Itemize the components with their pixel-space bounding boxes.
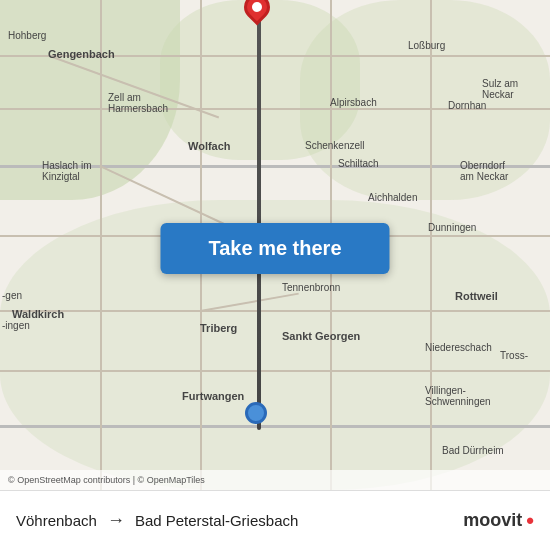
map-label: Tross- [500, 350, 528, 361]
moovit-logo: moovit • [463, 508, 534, 534]
map-container: Hohberg Gengenbach Zell amHarmersbach Ha… [0, 0, 550, 490]
map-label: -ingen [2, 320, 30, 331]
map-label: Sankt Georgen [282, 330, 360, 342]
route-info: Vöhrenbach → Bad Peterstal-Griesbach [16, 510, 298, 531]
map-label: Haslach imKinzigtal [42, 160, 91, 182]
map-label: Furtwangen [182, 390, 244, 402]
route-arrow: → [107, 510, 125, 531]
map-label: Gengenbach [48, 48, 115, 60]
route-destination: Bad Peterstal-Griesbach [135, 512, 298, 529]
map-label: Waldkirch [12, 308, 64, 320]
map-label: Loßburg [408, 40, 445, 51]
road [0, 425, 550, 428]
route-origin: Vöhrenbach [16, 512, 97, 529]
moovit-dot-icon: • [526, 508, 534, 534]
map-label: Wolfach [188, 140, 231, 152]
map-label: Alpirsbach [330, 97, 377, 108]
map-label: Oberndorfam Neckar [460, 160, 508, 182]
map-label: -gen [2, 290, 22, 301]
map-label: Zell amHarmersbach [108, 92, 168, 114]
map-label: Triberg [200, 322, 237, 334]
map-label: Bad Dürrheim [442, 445, 504, 456]
map-label: Schiltach [338, 158, 379, 169]
bottom-bar: Vöhrenbach → Bad Peterstal-Griesbach moo… [0, 490, 550, 550]
destination-pin [245, 402, 267, 424]
map-label: Dornhan [448, 100, 486, 111]
map-label: Rottweil [455, 290, 498, 302]
take-me-there-button[interactable]: Take me there [160, 223, 389, 274]
map-label: Schenkenzell [305, 140, 364, 151]
map-copyright: © OpenStreetMap contributors | © OpenMap… [0, 470, 550, 490]
map-label: Niedereschach [425, 342, 492, 353]
road [0, 370, 550, 372]
road [430, 0, 432, 490]
map-label: Tennenbronn [282, 282, 340, 293]
map-label: Hohberg [8, 30, 46, 41]
map-label: Sulz amNeckar [482, 78, 518, 100]
map-label: Dunningen [428, 222, 476, 233]
map-label: Villingen-Schwenningen [425, 385, 491, 407]
road [0, 310, 550, 312]
origin-pin [244, 0, 270, 20]
route-line [257, 0, 261, 430]
moovit-text: moovit [463, 510, 522, 531]
map-label: Aichhalden [368, 192, 417, 203]
